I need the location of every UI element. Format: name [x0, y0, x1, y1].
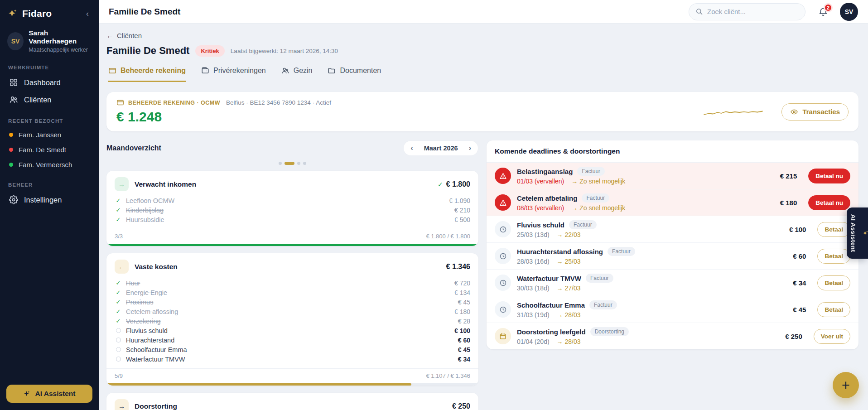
pay-button[interactable]: Betaal	[817, 302, 850, 317]
sparkle-icon	[23, 390, 31, 398]
search-box[interactable]	[689, 3, 805, 20]
pay-button[interactable]: Betaal	[817, 249, 850, 264]
next-month-button[interactable]: ›	[469, 144, 471, 152]
pay-button[interactable]: Betaal nu	[808, 195, 850, 210]
prev-month-button[interactable]: ‹	[410, 144, 413, 152]
deadline-row[interactable]: Cetelem afbetaling Factuur 08/03 (verval…	[487, 189, 858, 216]
tab-beheerde-rekening[interactable]: Beheerde rekening	[108, 67, 186, 82]
checkbox[interactable]: ✓	[115, 318, 122, 324]
section-label-beheer: BEHEER	[6, 172, 92, 191]
deadline-plan: → Zo snel mogelijk	[571, 178, 625, 185]
arrow-left-icon: ←	[115, 260, 129, 274]
list-item[interactable]: ✓ Kinderbijslag € 210	[115, 205, 470, 215]
notification-badge: 2	[824, 3, 833, 12]
search-input[interactable]	[707, 8, 799, 15]
checkbox[interactable]: ✓	[115, 328, 122, 333]
list-item[interactable]: ✓ Huursubsidie € 500	[115, 215, 470, 224]
item-count: 5/9	[115, 372, 123, 379]
checkbox[interactable]: ✓	[115, 207, 122, 213]
clock-icon	[499, 252, 507, 260]
sidebar-recent-vermeersch[interactable]: Fam. Vermeersch	[6, 157, 92, 172]
list-item[interactable]: ✓ Huur € 720	[115, 278, 470, 288]
checkbox[interactable]: ✓	[115, 289, 122, 296]
carousel-dot[interactable]	[303, 162, 306, 165]
item-amount: € 34	[458, 356, 470, 363]
checkbox[interactable]: ✓	[115, 357, 122, 362]
list-item[interactable]: ✓ Proximus € 45	[115, 297, 470, 307]
eye-icon	[790, 108, 798, 116]
deadline-info: Belastingaanslag Factuur 01/03 (vervalle…	[517, 167, 774, 185]
check-icon: ✓	[116, 207, 121, 213]
sidebar-item-instellingen[interactable]: Instellingen	[6, 191, 92, 208]
tab-gezin[interactable]: Gezin	[281, 67, 313, 82]
sidebar-user[interactable]: SV Sarah Vanderhaegen Maatschappelijk we…	[6, 22, 92, 55]
list-item[interactable]: ✓ Cetelem aflossing € 180	[115, 307, 470, 316]
deadline-name: Waterfactuur TMVW	[517, 275, 581, 282]
sidebar-recent-desmedt[interactable]: Fam. De Smedt	[6, 142, 92, 157]
tab-documenten[interactable]: Documenten	[328, 67, 381, 82]
checkbox[interactable]: ✓	[115, 197, 122, 204]
checkbox[interactable]: ✓	[115, 299, 122, 305]
deadline-row[interactable]: Belastingaanslag Factuur 01/03 (vervalle…	[487, 163, 858, 189]
content: ← Cliënten Familie De Smedt Kritiek Laat…	[99, 24, 868, 410]
carousel-dots[interactable]	[106, 162, 478, 165]
account-meta: Belfius · BE12 3456 7890 1234 · Actief	[226, 99, 331, 106]
deadline-row[interactable]: Fluvius schuld Factuur 25/03 (13d) → 22/…	[487, 216, 858, 243]
pay-button[interactable]: Voer uit	[814, 329, 850, 344]
sidebar-item-clienten[interactable]: Cliënten	[6, 91, 92, 108]
month-switcher: ‹ Maart 2026 ›	[403, 140, 478, 156]
carousel-dot[interactable]	[285, 162, 294, 165]
deadline-date: 01/04 (20d)	[517, 338, 550, 345]
deadline-row[interactable]: Huurachterstand aflossing Factuur 28/03 …	[487, 243, 858, 270]
recent-label: Fam. De Smedt	[19, 146, 66, 154]
tab-bar: Beheerde rekening Privérekeningen Gezin …	[106, 67, 858, 82]
carousel-dot[interactable]	[297, 162, 300, 165]
checkbox[interactable]: ✓	[115, 216, 122, 223]
list-item[interactable]: ✓ Leefloon OCMW € 1.090	[115, 196, 470, 205]
transactions-button[interactable]: Transacties	[781, 103, 849, 121]
sidebar-recent-janssen[interactable]: Fam. Janssen	[6, 127, 92, 142]
card-icon	[108, 67, 116, 75]
sidebar-item-dashboard[interactable]: Dashboard	[6, 74, 92, 91]
avatar[interactable]: SV	[840, 3, 858, 21]
list-item[interactable]: ✓ Schoolfactuur Emma € 45	[115, 345, 470, 354]
add-button[interactable]: +	[833, 372, 859, 398]
item-name: Waterfactuur TMVW	[126, 356, 454, 363]
sidebar-collapse-button[interactable]: ‹	[83, 9, 92, 19]
checkbox[interactable]: ✓	[115, 347, 122, 352]
recent-label: Fam. Vermeersch	[19, 161, 72, 169]
list-item[interactable]: ✓ Verzekering € 28	[115, 316, 470, 326]
fixed-costs-items: ✓ Huur € 720 ✓ Energie Engie € 134 ✓ Pro…	[106, 278, 478, 368]
checkbox[interactable]: ✓	[115, 280, 122, 286]
notifications-button[interactable]: 2	[818, 7, 828, 17]
list-item[interactable]: ✓ Fluvius schuld € 100	[115, 326, 470, 335]
list-item[interactable]: ✓ Energie Engie € 134	[115, 288, 470, 297]
status-badge: Kritiek	[195, 45, 224, 57]
carousel-dot[interactable]	[279, 162, 282, 165]
pay-button[interactable]: Betaal	[817, 275, 850, 290]
deadline-type-badge: Doorstorting	[590, 327, 629, 336]
check-icon: ✓	[116, 216, 121, 223]
deadline-row[interactable]: Schoolfactuur Emma Factuur 31/03 (19d) →…	[487, 296, 858, 323]
checkbox[interactable]: ✓	[115, 338, 122, 342]
ai-assistant-side-tab[interactable]: AI Assistent	[847, 207, 868, 259]
list-item[interactable]: ✓ Waterfactuur TMVW € 34	[115, 354, 470, 364]
item-amount: € 28	[458, 318, 470, 325]
deadline-plan: → Zo snel mogelijk	[571, 204, 625, 212]
checkbox[interactable]: ✓	[115, 308, 122, 315]
tab-priverekeningen[interactable]: Privérekeningen	[201, 67, 266, 82]
deadline-row[interactable]: Waterfactuur TMVW Factuur 30/03 (18d) → …	[487, 270, 858, 296]
sum-progress: € 1.107 / € 1.346	[426, 372, 470, 379]
pay-button[interactable]: Betaal	[817, 222, 850, 237]
circle-icon	[116, 328, 121, 333]
user-name: Sarah Vanderhaegen	[29, 29, 92, 45]
ai-assistant-button[interactable]: AI Assistent	[6, 385, 92, 403]
deadline-row[interactable]: Doorstorting leefgeld Doorstorting 01/04…	[487, 323, 858, 349]
tab-label: Documenten	[340, 67, 381, 75]
list-item[interactable]: ✓ Huurachterstand € 60	[115, 335, 470, 345]
pay-button[interactable]: Betaal nu	[808, 169, 850, 183]
card-total: ✓ € 1.800	[438, 180, 470, 188]
balance-sparkline	[703, 106, 764, 118]
deadline-name: Fluvius schuld	[517, 221, 564, 229]
breadcrumb[interactable]: ← Cliënten	[106, 32, 142, 39]
